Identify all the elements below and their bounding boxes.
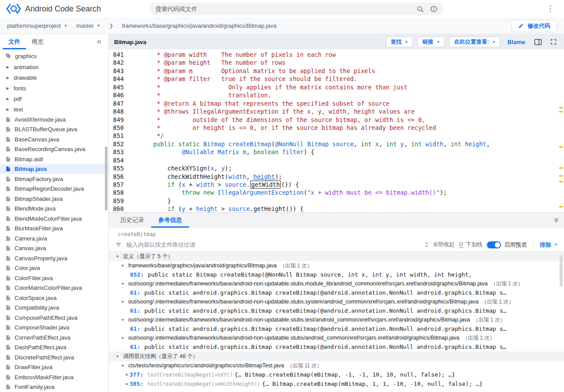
code-token[interactable]: static: [178, 141, 200, 148]
search-match-marker[interactable]: [559, 206, 563, 207]
tab-references[interactable]: 参考信息: [151, 213, 189, 228]
code-token[interactable]: m: [243, 148, 246, 155]
code-token[interactable]: filter: [282, 148, 304, 155]
blame-button[interactable]: Blame: [505, 39, 528, 45]
find-button[interactable]: 查找 ▼: [386, 37, 413, 47]
file-tree-item[interactable]: Camera.java: [0, 233, 108, 244]
search-match-marker[interactable]: [559, 107, 563, 108]
reference-file-row[interactable]: ▼out/soong/.intermediates/frameworks/bas…: [109, 333, 564, 342]
line-number[interactable]: 856: [109, 173, 130, 181]
underline-toggle-button[interactable]: U 下划线: [459, 241, 482, 248]
fullscreen-icon[interactable]: [548, 38, 559, 45]
line-number[interactable]: 860: [109, 205, 130, 212]
file-tree-item[interactable]: BaseCanvas.java: [0, 134, 108, 144]
reference-section-header[interactable]: ▼调用层次结构（显示了 46 个）: [109, 351, 564, 361]
code-token[interactable]: Bitmap: [203, 141, 225, 148]
code-token[interactable]: width: [196, 181, 214, 188]
reference-result-row[interactable]: ▶377:testCreateBitmapNegativeXY(){… Bitm…: [109, 370, 564, 379]
file-tree-item[interactable]: Bitmap.aidl: [0, 154, 108, 164]
code-token[interactable]: Matrix: [218, 148, 239, 155]
file-tree-item[interactable]: ComposePathEffect.java: [0, 313, 108, 323]
exclude-dropdown[interactable]: 排除 ▼: [540, 241, 558, 249]
code-token[interactable]: width: [228, 173, 246, 180]
code-token[interactable]: x: [375, 141, 379, 148]
file-tree-item[interactable]: Compatibility.java: [0, 303, 108, 313]
file-tree-item[interactable]: Color.java: [0, 263, 108, 274]
code-token[interactable]: @NonNull: [275, 141, 304, 148]
side-panel-icon[interactable]: [532, 39, 544, 45]
file-tree-item[interactable]: CanvasProperty.java: [0, 253, 108, 263]
code-token[interactable]: height: [253, 173, 275, 180]
code-token[interactable]: int: [450, 141, 461, 148]
code-token[interactable]: int: [361, 141, 371, 148]
file-tree-item[interactable]: Canvas.java: [0, 244, 108, 254]
code-token[interactable]: x: [211, 165, 214, 172]
code-token[interactable]: y: [401, 141, 404, 148]
reference-file-row[interactable]: ▼out/soong/.intermediates/frameworks/bas…: [109, 297, 564, 306]
file-path-breadcrumb[interactable]: frameworks/base/graphics/java/android/gr…: [122, 22, 276, 29]
preview-toggle[interactable]: [487, 241, 501, 248]
search-match-marker[interactable]: [559, 181, 563, 182]
file-tree-item[interactable]: EmbossMaskFilter.java: [0, 372, 108, 382]
line-number[interactable]: 854: [109, 156, 130, 164]
line-number[interactable]: 845: [109, 83, 130, 91]
folder-tree-item[interactable]: ▶drawable: [0, 72, 108, 83]
line-number[interactable]: 859: [109, 197, 130, 205]
file-tree-item[interactable]: BitmapRegionDecoder.java: [0, 184, 108, 194]
line-number[interactable]: 852: [109, 140, 130, 148]
line-number[interactable]: 851: [109, 132, 130, 140]
tab-overview[interactable]: 概览: [26, 34, 49, 49]
line-number[interactable]: 857: [109, 181, 130, 189]
reference-result-row[interactable]: 61:public static android.graphics.Bitmap…: [109, 324, 564, 333]
branch-selector[interactable]: master ▼: [76, 22, 100, 29]
links-button[interactable]: 链接 ▼: [417, 37, 445, 47]
folder-tree-item[interactable]: ▶fonts: [0, 83, 108, 93]
file-tree-item[interactable]: BitmapFactory.java: [0, 174, 108, 184]
file-tree-item[interactable]: DiscretePathEffect.java: [0, 352, 108, 362]
search-match-marker[interactable]: [559, 111, 563, 112]
tab-files[interactable]: 文件: [3, 34, 26, 49]
references-scrollbar[interactable]: [560, 255, 563, 287]
selected-reference[interactable]: getWidth: [250, 181, 281, 189]
code-token[interactable]: source: [332, 141, 354, 148]
search-match-marker[interactable]: [559, 167, 563, 169]
collapse-all-button[interactable]: 全部收起: [424, 241, 455, 248]
edit-code-button[interactable]: 修改代码: [512, 20, 557, 32]
file-tree-item[interactable]: ColorSpace.java: [0, 293, 108, 303]
tree-root-item[interactable]: graphics: [0, 50, 108, 62]
code-token[interactable]: y: [221, 165, 225, 172]
file-tree-item[interactable]: FontFamily.java: [0, 382, 108, 392]
info-icon[interactable]: [430, 5, 438, 13]
file-tree-item[interactable]: Bitmap.java: [0, 164, 108, 174]
file-tree-item[interactable]: ComposeShader.java: [0, 323, 108, 333]
code-token[interactable]: source: [228, 205, 250, 212]
reference-result-row[interactable]: 852:public static Bitmap createBitmap(@N…: [109, 270, 564, 279]
code-editor[interactable]: 841 * @param width The number of pixels …: [109, 49, 564, 212]
line-number[interactable]: 850: [109, 124, 130, 132]
file-tree-item[interactable]: AvoidXfermode.java: [0, 115, 108, 125]
code-token[interactable]: "x + width must be <= bitmap.width()": [307, 189, 440, 196]
reference-result-row[interactable]: ▶385:testCreateBitmapNegativeWidthHeight…: [109, 379, 564, 388]
folder-tree-item[interactable]: ▶pdf: [0, 93, 108, 104]
code-token[interactable]: IllegalArgumentException: [218, 189, 304, 196]
folder-tree-item[interactable]: ▶animation: [0, 62, 108, 72]
line-number[interactable]: 848: [109, 107, 130, 115]
reference-file-row[interactable]: ▼out/soong/.intermediates/frameworks/bas…: [109, 279, 564, 288]
code-token[interactable]: height: [196, 205, 218, 212]
reference-file-row[interactable]: ▼frameworks/base/graphics/java/android/g…: [109, 261, 564, 270]
repository-selector[interactable]: platform/superproject ▼: [7, 22, 67, 29]
line-number[interactable]: 844: [109, 75, 130, 83]
code-token[interactable]: y: [182, 205, 186, 212]
view-in-button[interactable]: 在此位置查看: ▼: [449, 37, 500, 47]
path-filter-input[interactable]: [126, 241, 419, 248]
line-number[interactable]: 841: [109, 51, 130, 59]
collapse-sidebar-icon[interactable]: [92, 34, 106, 49]
file-tree-item[interactable]: CornerPathEffect.java: [0, 333, 108, 343]
code-token[interactable]: if: [167, 205, 174, 212]
search-bar[interactable]: [150, 3, 443, 15]
code-token[interactable]: if: [167, 181, 174, 188]
line-number[interactable]: 858: [109, 189, 130, 196]
line-number[interactable]: 855: [109, 164, 130, 172]
file-tree-item[interactable]: ColorMatrixColorFilter.java: [0, 283, 108, 293]
reference-file-row[interactable]: ▼out/soong/.intermediates/frameworks/bas…: [109, 315, 564, 324]
